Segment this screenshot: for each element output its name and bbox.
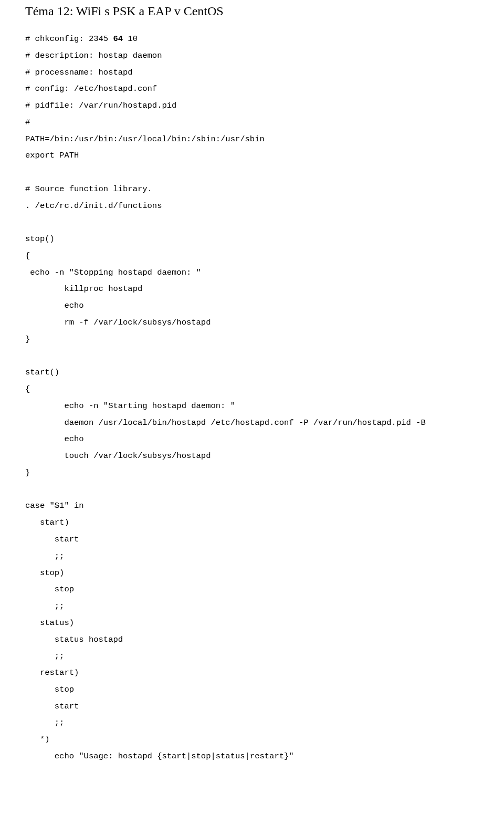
code-line: echo <box>25 434 84 444</box>
code-line: # <box>25 118 30 127</box>
code-line: echo <box>25 301 84 310</box>
code-line: echo "Usage: hostapd {start|stop|status|… <box>25 752 294 761</box>
code-line: start() <box>25 368 59 377</box>
code-line: ;; <box>25 651 64 661</box>
code-line: # processname: hostapd <box>25 68 133 77</box>
code-block: # chkconfig: 2345 64 10 # description: h… <box>25 31 479 765</box>
code-line: stop) <box>25 568 64 578</box>
code-line: } <box>25 335 30 344</box>
code-line: killproc hostapd <box>25 284 142 294</box>
page-title: Téma 12: WiFi s PSK a EAP v CentOS <box>25 0 479 18</box>
code-line: . /etc/rc.d/init.d/functions <box>25 201 162 211</box>
code-line: # chkconfig: 2345 <box>25 34 113 44</box>
code-line: export PATH <box>25 151 79 160</box>
code-line: echo -n "Stopping hostapd daemon: " <box>25 268 201 277</box>
code-line: restart) <box>25 668 79 677</box>
code-line: start <box>25 702 79 711</box>
code-line: touch /var/lock/subsys/hostapd <box>25 451 211 461</box>
code-line: # description: hostap daemon <box>25 51 162 60</box>
code-line: *) <box>25 735 50 744</box>
code-line: ;; <box>25 718 64 727</box>
code-line: } <box>25 468 30 477</box>
code-line: status hostapd <box>25 635 123 644</box>
code-line: case "$1" in <box>25 501 84 510</box>
code-line: stop() <box>25 234 55 244</box>
code-bold: 64 <box>113 34 123 44</box>
code-line: { <box>25 384 30 394</box>
document-page: Téma 12: WiFi s PSK a EAP v CentOS # chk… <box>0 0 504 790</box>
code-line: # config: /etc/hostapd.conf <box>25 84 157 93</box>
code-line: stop <box>25 685 74 694</box>
code-line: daemon /usr/local/bin/hostapd /etc/hosta… <box>25 418 426 427</box>
code-line: 10 <box>123 34 138 44</box>
code-line: PATH=/bin:/usr/bin:/usr/local/bin:/sbin:… <box>25 134 265 144</box>
code-line: ;; <box>25 601 64 611</box>
code-line: rm -f /var/lock/subsys/hostapd <box>25 318 211 327</box>
code-line: status) <box>25 618 74 628</box>
code-line: # pidfile: /var/run/hostapd.pid <box>25 101 176 110</box>
code-line: start <box>25 535 79 544</box>
code-line: start) <box>25 518 69 527</box>
code-line: { <box>25 251 30 260</box>
code-line: echo -n "Starting hostapd daemon: " <box>25 401 235 411</box>
code-line: ;; <box>25 551 64 561</box>
code-line: stop <box>25 585 74 594</box>
code-line: # Source function library. <box>25 184 152 194</box>
